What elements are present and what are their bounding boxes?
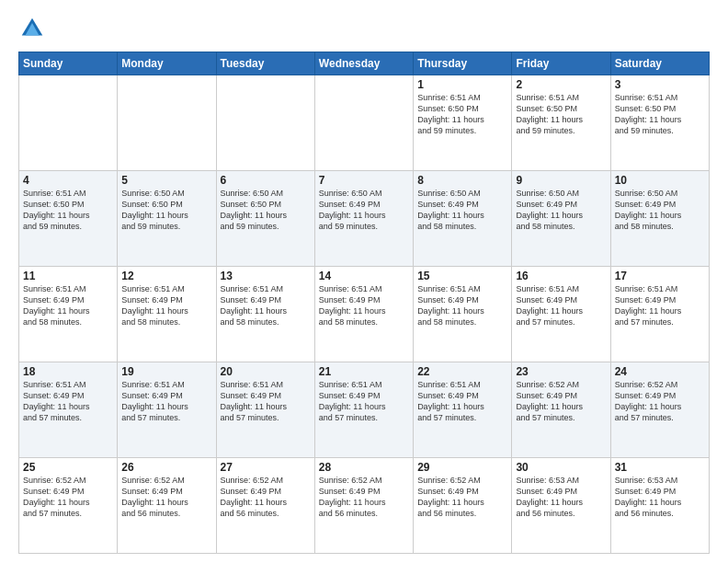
day-info: Sunrise: 6:52 AM Sunset: 6:49 PM Dayligh… bbox=[417, 475, 507, 520]
day-number: 13 bbox=[221, 270, 311, 282]
day-info: Sunrise: 6:53 AM Sunset: 6:49 PM Dayligh… bbox=[615, 475, 705, 520]
day-number: 2 bbox=[516, 78, 606, 91]
calendar-day-header: Thursday bbox=[414, 52, 512, 75]
calendar-cell bbox=[216, 75, 314, 171]
calendar-cell: 19Sunrise: 6:51 AM Sunset: 6:49 PM Dayli… bbox=[118, 362, 216, 458]
calendar-cell: 6Sunrise: 6:50 AM Sunset: 6:50 PM Daylig… bbox=[216, 171, 314, 267]
day-info: Sunrise: 6:51 AM Sunset: 6:49 PM Dayligh… bbox=[221, 379, 311, 424]
calendar-cell: 2Sunrise: 6:51 AM Sunset: 6:50 PM Daylig… bbox=[512, 75, 610, 171]
day-info: Sunrise: 6:51 AM Sunset: 6:49 PM Dayligh… bbox=[319, 283, 409, 328]
calendar-cell: 11Sunrise: 6:51 AM Sunset: 6:49 PM Dayli… bbox=[19, 267, 118, 362]
day-number: 23 bbox=[516, 365, 606, 378]
calendar-week-row: 11Sunrise: 6:51 AM Sunset: 6:49 PM Dayli… bbox=[19, 267, 710, 362]
calendar-cell: 29Sunrise: 6:52 AM Sunset: 6:49 PM Dayli… bbox=[414, 458, 512, 554]
calendar-week-row: 18Sunrise: 6:51 AM Sunset: 6:49 PM Dayli… bbox=[19, 362, 710, 458]
calendar-cell: 3Sunrise: 6:51 AM Sunset: 6:50 PM Daylig… bbox=[610, 75, 709, 171]
day-info: Sunrise: 6:51 AM Sunset: 6:49 PM Dayligh… bbox=[417, 283, 507, 328]
calendar-cell: 8Sunrise: 6:50 AM Sunset: 6:49 PM Daylig… bbox=[414, 171, 512, 267]
calendar-cell: 25Sunrise: 6:52 AM Sunset: 6:49 PM Dayli… bbox=[19, 458, 118, 554]
calendar-week-row: 4Sunrise: 6:51 AM Sunset: 6:50 PM Daylig… bbox=[19, 171, 710, 267]
calendar-table: SundayMondayTuesdayWednesdayThursdayFrid… bbox=[18, 52, 710, 554]
day-info: Sunrise: 6:53 AM Sunset: 6:49 PM Dayligh… bbox=[516, 475, 606, 520]
calendar-cell: 27Sunrise: 6:52 AM Sunset: 6:49 PM Dayli… bbox=[216, 458, 314, 554]
day-info: Sunrise: 6:51 AM Sunset: 6:49 PM Dayligh… bbox=[319, 379, 409, 424]
day-number: 7 bbox=[319, 174, 409, 187]
day-number: 18 bbox=[23, 365, 113, 378]
day-number: 11 bbox=[23, 270, 113, 282]
calendar-day-header: Saturday bbox=[610, 52, 709, 75]
day-number: 24 bbox=[615, 365, 705, 378]
day-number: 20 bbox=[221, 365, 311, 378]
day-number: 3 bbox=[615, 78, 705, 91]
calendar-cell: 21Sunrise: 6:51 AM Sunset: 6:49 PM Dayli… bbox=[314, 362, 413, 458]
calendar-cell: 18Sunrise: 6:51 AM Sunset: 6:49 PM Dayli… bbox=[19, 362, 118, 458]
day-info: Sunrise: 6:51 AM Sunset: 6:49 PM Dayligh… bbox=[221, 283, 311, 328]
calendar-day-header: Wednesday bbox=[314, 52, 413, 75]
day-number: 16 bbox=[516, 270, 606, 282]
calendar-day-header: Tuesday bbox=[216, 52, 314, 75]
day-number: 12 bbox=[121, 270, 211, 282]
day-info: Sunrise: 6:52 AM Sunset: 6:49 PM Dayligh… bbox=[121, 475, 211, 520]
calendar-cell: 1Sunrise: 6:51 AM Sunset: 6:50 PM Daylig… bbox=[414, 75, 512, 171]
logo-icon bbox=[18, 15, 46, 42]
day-info: Sunrise: 6:51 AM Sunset: 6:49 PM Dayligh… bbox=[121, 379, 211, 424]
calendar-cell: 7Sunrise: 6:50 AM Sunset: 6:49 PM Daylig… bbox=[314, 171, 413, 267]
calendar-cell bbox=[118, 75, 216, 171]
day-number: 26 bbox=[121, 461, 211, 474]
day-number: 8 bbox=[417, 174, 507, 187]
day-number: 22 bbox=[417, 365, 507, 378]
calendar-week-row: 25Sunrise: 6:52 AM Sunset: 6:49 PM Dayli… bbox=[19, 458, 710, 554]
day-info: Sunrise: 6:52 AM Sunset: 6:49 PM Dayligh… bbox=[221, 475, 311, 520]
day-number: 5 bbox=[121, 174, 211, 187]
header bbox=[18, 15, 710, 42]
calendar-cell: 31Sunrise: 6:53 AM Sunset: 6:49 PM Dayli… bbox=[610, 458, 709, 554]
day-number: 29 bbox=[417, 461, 507, 474]
calendar-cell: 13Sunrise: 6:51 AM Sunset: 6:49 PM Dayli… bbox=[216, 267, 314, 362]
day-info: Sunrise: 6:51 AM Sunset: 6:50 PM Dayligh… bbox=[516, 92, 606, 137]
calendar-cell: 5Sunrise: 6:50 AM Sunset: 6:50 PM Daylig… bbox=[118, 171, 216, 267]
day-info: Sunrise: 6:52 AM Sunset: 6:49 PM Dayligh… bbox=[319, 475, 409, 520]
calendar-cell: 9Sunrise: 6:50 AM Sunset: 6:49 PM Daylig… bbox=[512, 171, 610, 267]
day-number: 27 bbox=[221, 461, 311, 474]
day-info: Sunrise: 6:50 AM Sunset: 6:50 PM Dayligh… bbox=[121, 188, 211, 233]
calendar-day-header: Monday bbox=[118, 52, 216, 75]
day-number: 14 bbox=[319, 270, 409, 282]
calendar-cell: 16Sunrise: 6:51 AM Sunset: 6:49 PM Dayli… bbox=[512, 267, 610, 362]
calendar-header-row: SundayMondayTuesdayWednesdayThursdayFrid… bbox=[19, 52, 710, 75]
day-info: Sunrise: 6:51 AM Sunset: 6:49 PM Dayligh… bbox=[23, 283, 113, 328]
calendar-day-header: Sunday bbox=[19, 52, 118, 75]
day-info: Sunrise: 6:51 AM Sunset: 6:49 PM Dayligh… bbox=[516, 283, 606, 328]
logo bbox=[18, 15, 50, 42]
day-number: 30 bbox=[516, 461, 606, 474]
day-info: Sunrise: 6:50 AM Sunset: 6:49 PM Dayligh… bbox=[417, 188, 507, 233]
day-info: Sunrise: 6:51 AM Sunset: 6:49 PM Dayligh… bbox=[23, 379, 113, 424]
calendar-cell: 4Sunrise: 6:51 AM Sunset: 6:50 PM Daylig… bbox=[19, 171, 118, 267]
day-number: 17 bbox=[615, 270, 705, 282]
calendar-cell: 17Sunrise: 6:51 AM Sunset: 6:49 PM Dayli… bbox=[610, 267, 709, 362]
page: SundayMondayTuesdayWednesdayThursdayFrid… bbox=[0, 0, 728, 563]
day-info: Sunrise: 6:52 AM Sunset: 6:49 PM Dayligh… bbox=[23, 475, 113, 520]
day-number: 6 bbox=[221, 174, 311, 187]
day-info: Sunrise: 6:51 AM Sunset: 6:49 PM Dayligh… bbox=[121, 283, 211, 328]
calendar-cell bbox=[314, 75, 413, 171]
calendar-cell: 20Sunrise: 6:51 AM Sunset: 6:49 PM Dayli… bbox=[216, 362, 314, 458]
day-number: 4 bbox=[23, 174, 113, 187]
day-number: 10 bbox=[615, 174, 705, 187]
day-info: Sunrise: 6:51 AM Sunset: 6:50 PM Dayligh… bbox=[417, 92, 507, 137]
calendar-cell: 15Sunrise: 6:51 AM Sunset: 6:49 PM Dayli… bbox=[414, 267, 512, 362]
day-info: Sunrise: 6:50 AM Sunset: 6:49 PM Dayligh… bbox=[516, 188, 606, 233]
day-info: Sunrise: 6:52 AM Sunset: 6:49 PM Dayligh… bbox=[516, 379, 606, 424]
calendar-cell: 10Sunrise: 6:50 AM Sunset: 6:49 PM Dayli… bbox=[610, 171, 709, 267]
day-number: 1 bbox=[417, 78, 507, 91]
day-number: 15 bbox=[417, 270, 507, 282]
day-info: Sunrise: 6:51 AM Sunset: 6:49 PM Dayligh… bbox=[417, 379, 507, 424]
day-info: Sunrise: 6:50 AM Sunset: 6:49 PM Dayligh… bbox=[615, 188, 705, 233]
day-info: Sunrise: 6:51 AM Sunset: 6:50 PM Dayligh… bbox=[615, 92, 705, 137]
day-number: 28 bbox=[319, 461, 409, 474]
calendar-cell: 26Sunrise: 6:52 AM Sunset: 6:49 PM Dayli… bbox=[118, 458, 216, 554]
calendar-cell: 24Sunrise: 6:52 AM Sunset: 6:49 PM Dayli… bbox=[610, 362, 709, 458]
calendar-cell: 14Sunrise: 6:51 AM Sunset: 6:49 PM Dayli… bbox=[314, 267, 413, 362]
calendar-cell: 28Sunrise: 6:52 AM Sunset: 6:49 PM Dayli… bbox=[314, 458, 413, 554]
calendar-cell: 23Sunrise: 6:52 AM Sunset: 6:49 PM Dayli… bbox=[512, 362, 610, 458]
day-info: Sunrise: 6:51 AM Sunset: 6:50 PM Dayligh… bbox=[23, 188, 113, 233]
